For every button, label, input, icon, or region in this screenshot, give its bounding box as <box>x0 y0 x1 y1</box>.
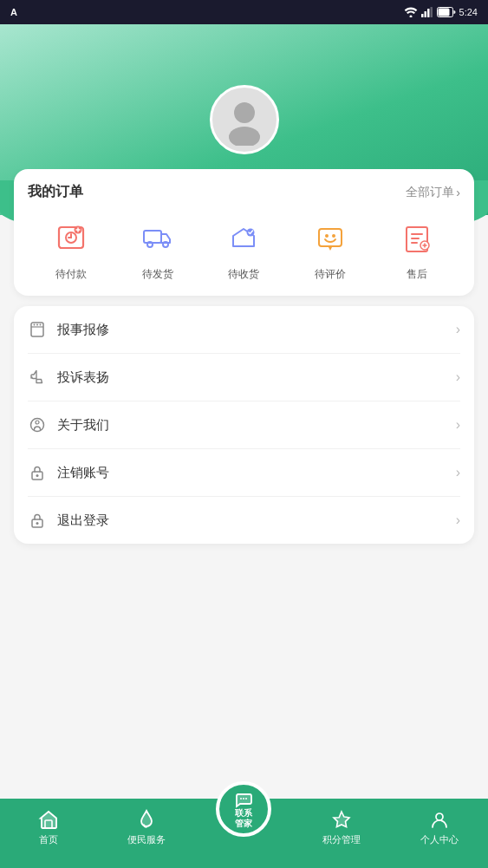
nav-points[interactable]: 积分管理 <box>293 806 391 846</box>
complaint-praise-label: 投诉表扬 <box>57 369 109 386</box>
chevron-cancel-account: › <box>456 465 460 480</box>
svg-point-18 <box>332 234 335 238</box>
svg-rect-12 <box>144 231 161 243</box>
logout-label: 退出登录 <box>57 512 109 529</box>
svg-point-32 <box>240 798 242 799</box>
contact-label-inner: 联系管家 <box>235 808 252 829</box>
pending-pay-icon <box>49 215 94 260</box>
menu-item-cancel-account[interactable]: 注销账号 › <box>28 449 460 497</box>
points-icon <box>331 809 352 830</box>
pending-review-icon <box>308 215 353 260</box>
pending-ship-icon <box>135 215 180 260</box>
svg-point-26 <box>36 421 39 424</box>
svg-rect-6 <box>438 9 449 16</box>
chevron-complaint-praise: › <box>456 369 460 385</box>
app-indicator: A <box>10 7 17 17</box>
svg-rect-3 <box>427 9 430 17</box>
svg-point-24 <box>40 324 42 326</box>
logout-icon <box>28 511 47 530</box>
contact-manager-circle: 联系管家 <box>216 781 271 837</box>
status-icons: 5:24 <box>404 7 478 17</box>
signal-icon <box>421 7 433 17</box>
avatar[interactable] <box>210 85 279 154</box>
svg-point-8 <box>229 127 260 146</box>
nav-home[interactable]: 首页 <box>0 806 98 846</box>
svg-point-30 <box>36 522 39 525</box>
menu-card: 报事报修 › 投诉表扬 › <box>14 306 474 544</box>
menu-item-complaint-praise[interactable]: 投诉表扬 › <box>28 354 460 401</box>
menu-item-about-us[interactable]: 关于我们 › <box>28 401 460 449</box>
svg-point-28 <box>36 474 39 477</box>
chevron-logout: › <box>456 512 460 528</box>
battery-icon <box>437 7 456 17</box>
contact-icon <box>234 789 253 808</box>
svg-point-23 <box>36 324 38 326</box>
order-card: 我的订单 全部订单 › 待付款 <box>14 169 474 296</box>
order-title: 我的订单 <box>28 183 83 201</box>
wifi-icon <box>404 7 418 17</box>
chevron-report-repair: › <box>456 322 460 337</box>
profile-icon <box>429 809 450 830</box>
svg-point-35 <box>436 813 443 820</box>
main-content: 我的订单 全部订单 › 待付款 <box>0 169 488 799</box>
complaint-praise-icon <box>28 368 47 387</box>
menu-item-logout[interactable]: 退出登录 › <box>28 497 460 544</box>
chevron-right-icon: › <box>456 186 460 199</box>
home-label: 首页 <box>39 833 58 846</box>
svg-rect-16 <box>319 229 342 246</box>
svg-rect-4 <box>430 7 433 17</box>
svg-rect-2 <box>424 11 426 17</box>
after-sale-label: 售后 <box>407 267 427 282</box>
status-bar: A 5:24 <box>0 0 488 24</box>
report-repair-icon <box>28 320 47 339</box>
avatar-container[interactable] <box>210 85 279 154</box>
order-item-after-sale[interactable]: 售后 <box>394 215 439 282</box>
convenience-label: 便民服务 <box>127 833 166 846</box>
all-orders-link[interactable]: 全部订单 › <box>406 185 460 200</box>
svg-point-0 <box>409 16 412 18</box>
bottom-nav: 首页 便民服务 联系管家 积分管理 <box>0 799 488 868</box>
about-us-label: 关于我们 <box>57 417 109 434</box>
points-label: 积分管理 <box>322 833 361 846</box>
cancel-account-icon <box>28 463 47 482</box>
pending-ship-label: 待发货 <box>142 267 173 282</box>
svg-point-14 <box>163 242 168 247</box>
nav-profile[interactable]: 个人中心 <box>390 806 488 846</box>
time-display: 5:24 <box>459 7 478 17</box>
pending-pay-label: 待付款 <box>55 267 87 282</box>
order-item-pending-receive[interactable]: 待收货 <box>221 215 266 282</box>
svg-point-22 <box>34 324 36 326</box>
pending-review-label: 待评价 <box>315 267 346 282</box>
after-sale-icon <box>394 215 439 260</box>
svg-point-7 <box>234 102 255 123</box>
order-header: 我的订单 全部订单 › <box>28 183 460 201</box>
about-us-icon <box>28 415 47 434</box>
nav-convenience[interactable]: 便民服务 <box>98 806 196 846</box>
menu-item-report-repair[interactable]: 报事报修 › <box>28 306 460 354</box>
report-repair-label: 报事报修 <box>57 322 109 338</box>
nav-contact-manager[interactable]: 联系管家 <box>195 806 293 840</box>
order-icons-row: 待付款 待发货 <box>28 215 460 282</box>
pending-receive-icon <box>221 215 266 260</box>
order-item-pending-pay[interactable]: 待付款 <box>49 215 94 282</box>
svg-point-34 <box>245 798 247 799</box>
cancel-account-label: 注销账号 <box>57 465 109 481</box>
avatar-image <box>218 94 270 146</box>
profile-label: 个人中心 <box>420 833 459 846</box>
svg-rect-1 <box>421 14 424 17</box>
pending-receive-label: 待收货 <box>228 267 259 282</box>
home-icon <box>38 809 59 830</box>
svg-point-13 <box>147 242 153 247</box>
svg-point-33 <box>243 798 244 799</box>
order-item-pending-ship[interactable]: 待发货 <box>135 215 180 282</box>
convenience-icon <box>136 809 157 830</box>
chevron-about-us: › <box>456 417 460 433</box>
order-item-pending-review[interactable]: 待评价 <box>308 215 353 282</box>
svg-point-17 <box>325 234 329 238</box>
